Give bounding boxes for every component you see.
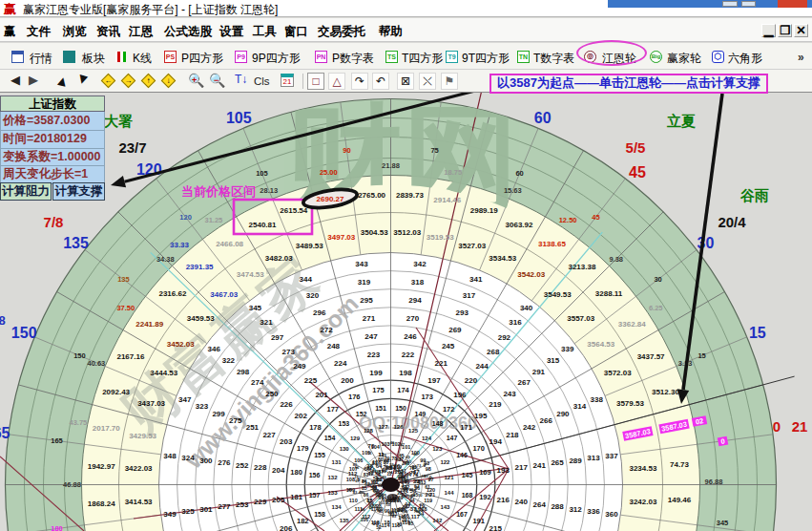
svg-text:275: 275 [229,416,242,425]
svg-text:3474.53: 3474.53 [237,270,264,279]
svg-text:218: 218 [506,431,519,439]
svg-text:95: 95 [382,493,387,499]
svg-text:3437.03: 3437.03 [137,399,165,408]
svg-text:165: 165 [51,436,63,445]
svg-text:18: 18 [384,520,390,525]
svg-text:200: 200 [341,376,354,385]
svg-text:2316.62: 2316.62 [158,289,186,298]
svg-text:289: 289 [569,457,582,465]
svg-text:9: 9 [429,475,432,480]
svg-text:242: 242 [523,423,536,432]
svg-text:3579.53: 3579.53 [616,399,644,408]
svg-text:148: 148 [432,420,444,427]
svg-text:69: 69 [412,465,417,470]
svg-text:64: 64 [372,469,377,474]
svg-text:195: 195 [474,412,488,420]
svg-text:15: 15 [422,474,427,478]
svg-text:31.25: 31.25 [205,216,223,224]
svg-text:204: 204 [272,466,285,475]
svg-text:40.63: 40.63 [88,359,106,368]
svg-text:174: 174 [397,386,409,394]
svg-text:172: 172 [443,405,455,414]
svg-text:144: 144 [444,490,454,496]
svg-text:295: 295 [360,296,373,305]
svg-text:270: 270 [406,314,420,323]
svg-text:292: 292 [498,333,511,342]
svg-text:15: 15 [697,351,705,360]
svg-text:276: 276 [218,458,231,467]
svg-text:149.46: 149.46 [668,496,692,504]
svg-text:219: 219 [489,400,502,409]
svg-text:59: 59 [406,494,413,499]
svg-text:0: 0 [773,418,781,435]
svg-text:131: 131 [332,459,343,465]
svg-text:344: 344 [300,275,313,284]
svg-text:立夏: 立夏 [666,113,696,129]
svg-text:339: 339 [561,345,574,353]
svg-text:345: 345 [717,519,729,527]
svg-text:290: 290 [556,410,570,418]
svg-text:40: 40 [390,440,395,445]
svg-text:342: 342 [413,260,427,268]
svg-text:谷雨: 谷雨 [739,187,769,203]
svg-text:3557.03: 3557.03 [567,314,594,323]
svg-text:3437.57: 3437.57 [637,352,665,361]
svg-text:33.33: 33.33 [170,241,190,249]
svg-text:175: 175 [372,386,385,394]
svg-text:300: 300 [199,457,213,465]
svg-text:3242.03: 3242.03 [629,498,656,506]
svg-text:18.75: 18.75 [444,168,462,177]
svg-text:181: 181 [290,493,302,501]
svg-text:312: 312 [569,505,582,514]
svg-text:2540.81: 2540.81 [249,221,277,229]
svg-text:66: 66 [394,463,401,469]
svg-text:1942.97: 1942.97 [88,462,115,471]
svg-text:20/4: 20/4 [718,214,746,230]
svg-text:315: 315 [547,356,560,365]
svg-text:21.88: 21.88 [382,161,400,170]
svg-text:2017.70: 2017.70 [93,424,120,433]
svg-text:323: 323 [196,402,209,411]
svg-text:319: 319 [358,278,371,287]
svg-text:30: 30 [654,275,661,284]
svg-text:288: 288 [551,502,564,511]
svg-text:3549.53: 3549.53 [544,290,572,299]
svg-text:当前价格区间: 当前价格区间 [181,184,256,199]
svg-text:221: 221 [435,359,448,368]
svg-text:146: 146 [456,452,468,458]
svg-text:274: 274 [251,378,264,387]
svg-text:247: 247 [364,332,378,341]
svg-text:250: 250 [265,390,279,398]
svg-text:大署: 大署 [104,113,133,129]
svg-text:201: 201 [315,391,328,399]
svg-text:336: 336 [587,507,600,516]
svg-text:198: 198 [399,369,412,377]
svg-text:20: 20 [397,521,403,527]
svg-text:3572.03: 3572.03 [604,369,632,377]
svg-text:103: 103 [381,441,389,447]
svg-text:345: 345 [249,304,262,312]
svg-text:313: 313 [587,454,600,462]
svg-text:91: 91 [367,451,372,456]
svg-text:1868.24: 1868.24 [88,499,115,508]
svg-text:224: 224 [334,359,347,368]
svg-text:123: 123 [432,446,443,452]
svg-text:3422.03: 3422.03 [125,464,153,473]
svg-text:34.38: 34.38 [156,255,175,264]
svg-text:134: 134 [332,504,343,510]
svg-text:3063.92: 3063.92 [506,221,533,229]
svg-text:325: 325 [181,507,195,516]
svg-text:338: 338 [591,395,604,404]
svg-text:191: 191 [472,517,485,525]
svg-text:135: 135 [340,518,350,523]
svg-text:252: 252 [236,461,249,470]
svg-text:178: 178 [309,423,322,432]
svg-text:34: 34 [418,511,425,517]
svg-text:45: 45 [592,213,599,222]
svg-text:37: 37 [410,506,417,512]
svg-text:2615.54: 2615.54 [280,206,307,215]
svg-text:153: 153 [339,420,350,427]
svg-text:3534.53: 3534.53 [489,254,516,263]
svg-text:171: 171 [460,423,472,432]
svg-text:194: 194 [489,437,503,446]
